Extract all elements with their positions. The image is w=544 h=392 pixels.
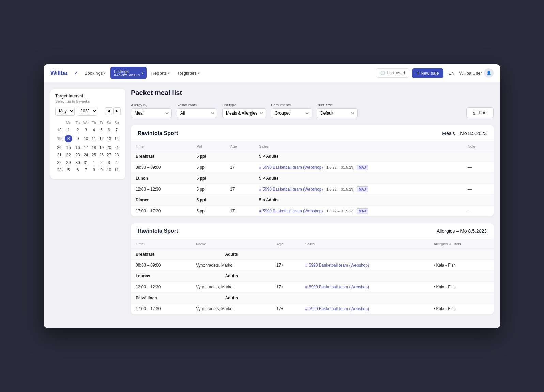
cal-day[interactable]: 21 <box>113 144 120 151</box>
group-allergy <box>429 249 494 259</box>
month-select[interactable]: May <box>55 107 75 116</box>
cal-day[interactable]: 14 <box>113 134 120 144</box>
print-size-filter: Print size Default <box>317 103 358 118</box>
col-note: Note <box>463 141 494 151</box>
year-select[interactable]: 2023 <box>77 107 97 116</box>
table-row: Päivällinen Adults <box>131 292 494 303</box>
sales-cell: # 5990 Basketball team (Webshop) [1.8.22… <box>254 183 463 195</box>
cal-day-other[interactable]: 1 <box>91 159 97 166</box>
cal-day-today[interactable]: 8 <box>63 134 74 144</box>
print-size-select[interactable]: Default <box>317 108 358 118</box>
col-name: Name <box>191 239 272 249</box>
allergy-cell: • Kala - Fish <box>429 281 494 292</box>
group-label: Dinner <box>131 195 192 205</box>
calendar-grid: Mo Tu We Th Fr Sa Su 18 1 <box>55 119 121 174</box>
print-button[interactable]: 🖨 Print <box>466 107 494 118</box>
col-age: Age <box>272 239 301 249</box>
age-cell: 17+ <box>272 281 301 292</box>
cal-day-other[interactable]: 7 <box>82 167 90 174</box>
cal-day[interactable]: 16 <box>74 144 81 151</box>
new-sale-button[interactable]: + New sale <box>412 68 444 78</box>
calendar-title: Target interval <box>55 94 121 99</box>
cal-day[interactable]: 13 <box>106 134 112 144</box>
meals-table: Time Ppl Age Sales Note Breakfast 5 ppl <box>131 141 494 216</box>
cal-day[interactable]: 1 <box>63 126 74 133</box>
cal-day[interactable]: 12 <box>98 134 105 144</box>
cal-day[interactable]: 9 <box>74 134 81 144</box>
cal-day[interactable]: 11 <box>91 134 97 144</box>
ppl-cell: 5 ppl <box>192 183 226 195</box>
sale-link[interactable]: # 5990 Basketball team (Webshop) <box>259 187 323 192</box>
cal-day[interactable]: 7 <box>113 126 120 133</box>
nav-reports-label: Reports <box>151 71 167 76</box>
sale-link[interactable]: # 5990 Basketball team (Webshop) <box>305 306 369 311</box>
week-number: 19 <box>56 134 63 144</box>
cal-day-other[interactable]: 11 <box>113 167 120 174</box>
cal-day-other[interactable]: 5 <box>63 167 74 174</box>
cal-day[interactable]: 3 <box>82 126 90 133</box>
cal-day[interactable]: 2 <box>74 126 81 133</box>
nav-reports[interactable]: Reports ▾ <box>148 69 173 78</box>
cal-day-other[interactable]: 2 <box>98 159 105 166</box>
cal-day-other[interactable]: 4 <box>113 159 120 166</box>
restaurants-filter: Restaurants All <box>177 103 217 118</box>
cal-day[interactable]: 29 <box>63 159 74 166</box>
cal-header-mo: Mo <box>63 120 74 126</box>
user-menu[interactable]: Willba User 👤 <box>459 68 494 78</box>
cal-day-other[interactable]: 10 <box>106 167 112 174</box>
cal-day[interactable]: 26 <box>98 152 105 159</box>
time-cell: 12:00 – 12:30 <box>131 183 192 195</box>
group-ppl: 5 ppl <box>192 151 226 162</box>
nav-bookings[interactable]: Bookings ▾ <box>81 69 109 78</box>
cal-day[interactable]: 10 <box>82 134 90 144</box>
table-row: Dinner 5 ppl 5 × Adults <box>131 195 494 205</box>
sale-link[interactable]: # 5990 Basketball team (Webshop) <box>305 285 369 289</box>
allergy-by-select[interactable]: Meal <box>131 108 172 118</box>
last-used-label: Last used <box>387 71 405 75</box>
sale-link[interactable]: # 5990 Basketball team (Webshop) <box>259 209 323 213</box>
cal-day[interactable]: 5 <box>98 126 105 133</box>
cal-day[interactable]: 6 <box>106 126 112 133</box>
cal-day[interactable]: 15 <box>63 144 74 151</box>
sale-link[interactable]: # 5990 Basketball team (Webshop) <box>305 263 369 268</box>
nav-registers[interactable]: Registers ▾ <box>175 69 203 78</box>
table-row: Lunch 5 ppl 5 × Adults <box>131 173 494 183</box>
sale-link[interactable]: # 5990 Basketball team (Webshop) <box>259 165 323 170</box>
group-age <box>225 151 254 162</box>
group-note <box>463 195 494 205</box>
cal-day[interactable]: 24 <box>82 152 90 159</box>
col-time: Time <box>131 141 192 151</box>
cal-day[interactable]: 18 <box>91 144 97 151</box>
cal-day[interactable]: 27 <box>106 152 112 159</box>
list-type-select[interactable]: Meals & Allergies <box>222 108 266 118</box>
cal-day-other[interactable]: 6 <box>74 167 81 174</box>
cal-header-we: We <box>82 120 90 126</box>
nav-right-actions: 🕐 Last used + New sale EN Willba User 👤 <box>376 68 494 78</box>
next-month-button[interactable]: ▶ <box>113 107 121 115</box>
cal-day-other[interactable]: 3 <box>106 159 112 166</box>
cal-day[interactable]: 17 <box>82 144 90 151</box>
cal-day[interactable]: 22 <box>63 152 74 159</box>
group-label: Breakfast <box>131 249 191 259</box>
language-selector[interactable]: EN <box>446 69 456 78</box>
cal-day[interactable]: 20 <box>106 144 112 151</box>
cal-day[interactable]: 23 <box>74 152 81 159</box>
week-number: 21 <box>56 152 63 159</box>
cal-day[interactable]: 19 <box>98 144 105 151</box>
cal-day[interactable]: 30 <box>74 159 81 166</box>
restaurants-select[interactable]: All <box>177 108 217 118</box>
table-row: 08:30 – 09:00 5 ppl 17+ # 5990 Basketbal… <box>131 162 494 173</box>
cal-day-other[interactable]: 8 <box>91 167 97 174</box>
badge-maj: MAJ <box>357 208 368 214</box>
cal-day[interactable]: 4 <box>91 126 97 133</box>
cal-day-other[interactable]: 9 <box>98 167 105 174</box>
last-used-button[interactable]: 🕐 Last used <box>376 68 409 78</box>
prev-month-button[interactable]: ◀ <box>105 107 112 115</box>
cal-header-sa: Sa <box>106 120 112 126</box>
cal-day[interactable]: 28 <box>113 152 120 159</box>
meals-date-label: Meals – Mo 8.5.2023 <box>442 131 487 136</box>
nav-listings[interactable]: Listings PACKET MEALS ▾ <box>110 67 146 79</box>
cal-day[interactable]: 31 <box>82 159 90 166</box>
cal-day[interactable]: 25 <box>91 152 97 159</box>
enrollments-select[interactable]: Grouped <box>271 108 312 118</box>
